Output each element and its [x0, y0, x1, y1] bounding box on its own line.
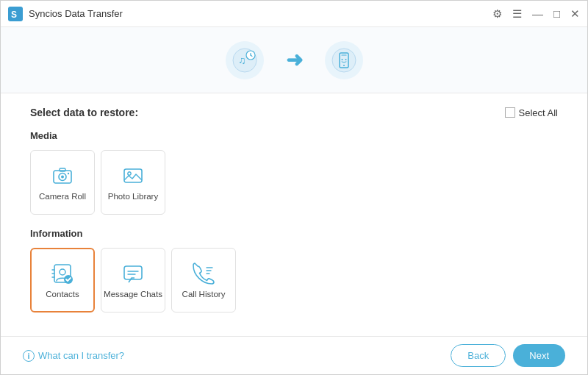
- call-history-label: Call History: [182, 290, 226, 299]
- help-link[interactable]: i What can I transfer?: [23, 350, 124, 362]
- svg-point-7: [332, 49, 356, 72]
- information-items-grid: Contacts Message Chats: [30, 248, 558, 312]
- app-window: S Syncios Data Transfer ⚙ ☰ — □ ✕ ♫: [0, 0, 588, 375]
- information-section-label: Information: [30, 228, 558, 239]
- svg-point-12: [345, 59, 346, 60]
- select-header: Select data to restore: Select All: [30, 107, 558, 118]
- svg-point-17: [68, 173, 69, 174]
- minimize-button[interactable]: —: [532, 7, 543, 20]
- help-label: What can I transfer?: [38, 350, 124, 361]
- target-icon: [325, 41, 363, 79]
- message-chats-icon: [121, 262, 145, 285]
- transfer-header: ♫ ➜: [1, 27, 587, 93]
- app-title: Syncios Data Transfer: [29, 8, 492, 19]
- camera-roll-label: Camera Roll: [39, 192, 86, 201]
- select-all-checkbox[interactable]: [505, 107, 515, 118]
- call-history-item[interactable]: Call History: [171, 248, 236, 312]
- menu-icon[interactable]: ☰: [512, 7, 522, 21]
- next-button[interactable]: Next: [513, 344, 565, 367]
- select-all-label: Select All: [519, 107, 558, 118]
- source-device: ♫: [226, 41, 264, 79]
- source-device-icon: ♫: [232, 48, 257, 73]
- select-all-button[interactable]: Select All: [505, 107, 558, 118]
- call-history-icon: [192, 262, 215, 285]
- footer: i What can I transfer? Back Next: [1, 336, 587, 374]
- svg-point-19: [128, 172, 131, 175]
- svg-text:S: S: [11, 10, 17, 20]
- media-items-grid: Camera Roll Photo Library: [30, 150, 558, 215]
- select-title: Select data to restore:: [30, 107, 138, 118]
- back-button[interactable]: Back: [451, 344, 506, 367]
- contacts-icon: [51, 262, 74, 285]
- close-button[interactable]: ✕: [570, 7, 580, 21]
- source-icon: ♫: [226, 41, 264, 79]
- photo-library-icon: [121, 164, 145, 188]
- information-section: Information Contacts: [30, 228, 558, 312]
- title-bar: S Syncios Data Transfer ⚙ ☰ — □ ✕: [1, 1, 587, 27]
- settings-icon[interactable]: ⚙: [492, 7, 502, 21]
- svg-point-10: [343, 65, 345, 66]
- media-section: Media Camera Roll: [30, 130, 558, 215]
- message-chats-label: Message Chats: [104, 290, 162, 299]
- contacts-item[interactable]: Contacts: [30, 248, 95, 312]
- contacts-label: Contacts: [46, 290, 79, 299]
- camera-roll-icon: [51, 164, 74, 188]
- svg-point-15: [61, 176, 64, 179]
- footer-buttons: Back Next: [451, 344, 565, 367]
- svg-point-21: [60, 269, 65, 275]
- media-section-label: Media: [30, 130, 558, 141]
- photo-library-item[interactable]: Photo Library: [101, 150, 165, 215]
- app-logo: S: [8, 7, 23, 21]
- help-icon: i: [23, 350, 35, 362]
- svg-rect-16: [60, 168, 65, 171]
- target-device: [325, 41, 363, 79]
- transfer-arrow: ➜: [286, 48, 303, 72]
- svg-text:♫: ♫: [238, 54, 246, 66]
- window-controls: ⚙ ☰ — □ ✕: [492, 7, 580, 21]
- camera-roll-item[interactable]: Camera Roll: [30, 150, 95, 215]
- message-chats-item[interactable]: Message Chats: [101, 248, 165, 312]
- svg-rect-18: [124, 169, 142, 182]
- maximize-button[interactable]: □: [553, 7, 560, 20]
- target-device-icon: [331, 48, 356, 73]
- photo-library-label: Photo Library: [108, 192, 158, 201]
- svg-point-11: [341, 59, 343, 60]
- main-content: Select data to restore: Select All Media: [1, 93, 587, 336]
